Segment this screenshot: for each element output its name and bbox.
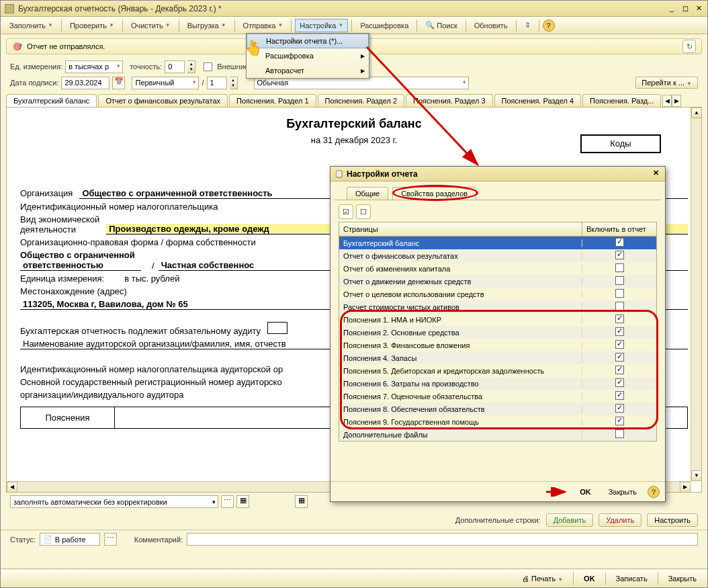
comment-field[interactable] [187, 533, 698, 546]
menu-autocalc[interactable]: Авторасчет▶ [247, 63, 369, 78]
external-data-checkbox[interactable] [204, 62, 212, 71]
section-row[interactable]: Пояснения 4. Запасы [339, 351, 656, 364]
help-button[interactable]: ? [543, 19, 555, 32]
dialog-help-button[interactable]: ? [648, 486, 660, 498]
settings-dropdown: Настройки отчета (*)... Расшифровка▶ Авт… [246, 33, 369, 79]
section-row[interactable]: Пояснения 6. Затраты на производство [339, 377, 656, 390]
section-row[interactable]: Отчет о движении денежных средств [339, 275, 656, 288]
section-row[interactable]: Пояснения 3. Финансовые вложения [339, 339, 656, 351]
send-button[interactable]: Отправка▼ [238, 19, 288, 32]
tab-finresults[interactable]: Отчет о финансовых результатах [98, 94, 228, 107]
update-button[interactable]: Обновить [470, 19, 513, 32]
maximize-button[interactable]: ◻ [680, 4, 690, 13]
close-button-footer[interactable]: Закрыть [663, 573, 702, 585]
section-include-cell [582, 404, 656, 414]
fill-mode-btn-1[interactable]: ⋯ [221, 495, 234, 508]
section-checkbox[interactable] [615, 238, 624, 247]
section-checkbox[interactable] [615, 404, 624, 413]
tab-notes-3[interactable]: Пояснения. Раздел 3 [406, 94, 493, 107]
print-button[interactable]: 🖨 Печать ▼ [517, 573, 568, 585]
section-checkbox[interactable] [615, 251, 624, 259]
section-row[interactable]: Дополнительные файлы [339, 428, 656, 441]
fill-mode-btn-2[interactable]: ▦ [236, 495, 249, 508]
precision-field[interactable]: 0 [165, 60, 185, 73]
dialog-close-btn[interactable]: Закрыть [602, 486, 644, 498]
section-name: Отчет о финансовых результатах [339, 252, 582, 260]
section-checkbox[interactable] [615, 391, 624, 400]
section-checkbox[interactable] [615, 353, 624, 362]
section-row[interactable]: Пояснения 8. Обеспечения обязательств [339, 403, 656, 415]
calendar-button[interactable]: 📅 [112, 77, 125, 89]
fill-mode-combo[interactable]: заполнять автоматически без корректировк… [10, 495, 218, 508]
search-button[interactable]: 🔍Поиск [421, 18, 461, 32]
sign-date-field[interactable]: 29.03.2024 [61, 77, 109, 89]
section-checkbox[interactable] [615, 340, 624, 349]
section-checkbox[interactable] [615, 276, 624, 285]
check-all-button[interactable]: ☑ [339, 204, 353, 219]
section-checkbox[interactable] [615, 327, 624, 336]
decrypt-button[interactable]: Расшифровка [355, 19, 413, 32]
fill-mode-btn-3[interactable]: ▦ [295, 495, 308, 508]
goto-button[interactable]: Перейти к ... ▼ [635, 77, 698, 89]
section-checkbox[interactable] [615, 314, 624, 323]
section-checkbox[interactable] [615, 263, 624, 272]
fill-button[interactable]: Заполнить▼ [5, 19, 58, 32]
dialog-close-button[interactable]: ✕ [650, 169, 661, 179]
ok-button[interactable]: OK [578, 573, 601, 585]
section-row[interactable]: Пояснения 1. НМА и НИОКР [339, 313, 656, 326]
delete-row-button[interactable]: Удалить [599, 513, 641, 527]
tab-prev-button[interactable]: ◀ [662, 95, 672, 107]
section-row[interactable]: Отчет об изменениях капитала [339, 262, 656, 275]
uncheck-all-button[interactable]: ☐ [356, 204, 371, 219]
audit-checkbox[interactable] [267, 322, 287, 334]
dialog-ok-button[interactable]: OK [573, 486, 598, 498]
section-checkbox[interactable] [615, 289, 624, 298]
tab-notes-1[interactable]: Пояснения. Раздел 1 [229, 94, 316, 107]
menu-report-settings[interactable]: Настройки отчета (*)... [247, 34, 369, 48]
section-row[interactable]: Пояснения 2. Основные средства [339, 326, 656, 339]
section-checkbox[interactable] [615, 302, 624, 310]
dialog-tab-general[interactable]: Общие [347, 187, 388, 200]
configure-rows-button[interactable]: Настроить [647, 513, 698, 527]
dialog-tab-sections[interactable]: Свойства разделов [392, 187, 476, 200]
section-row[interactable]: Пояснения 9. Государственная помощь [339, 415, 656, 428]
menu-decrypt[interactable]: Расшифровка▶ [247, 48, 369, 63]
tab-next-button[interactable]: ▶ [672, 95, 681, 107]
add-row-button[interactable]: Добавить [546, 513, 594, 527]
section-checkbox[interactable] [615, 417, 624, 425]
main-toolbar: Заполнить▼ Проверить▼ Очистить▼ Выгрузка… [1, 17, 707, 34]
clear-button[interactable]: Очистить▼ [126, 19, 175, 32]
section-checkbox[interactable] [615, 378, 624, 387]
minimize-button[interactable]: _ [667, 4, 676, 13]
dialog-titlebar: 📋 Настройки отчета ✕ [330, 167, 665, 181]
report-num-field[interactable]: 1 [207, 77, 227, 89]
tab-notes-5[interactable]: Пояснения. Разд... [582, 94, 661, 107]
tab-balance[interactable]: Бухгалтерский баланс [6, 94, 97, 107]
tab-notes-2[interactable]: Пояснения. Раздел 2 [318, 94, 405, 107]
units-field[interactable]: в тысячах р [65, 60, 123, 73]
footer: 🖨 Печать ▼ OK Записать Закрыть [1, 569, 707, 587]
doc-scrollbar-v[interactable]: ▲ ▼ [691, 108, 701, 481]
section-row[interactable]: Пояснения 5. Дебиторская и кредиторская … [339, 364, 656, 377]
refresh-status-button[interactable]: ↻ [682, 40, 696, 53]
section-checkbox[interactable] [615, 429, 624, 438]
inn-label: Идентификационный номер налогоплательщик… [20, 202, 218, 212]
report-num-spinner[interactable]: ▲▼ [230, 77, 238, 89]
check-button[interactable]: Проверить▼ [65, 19, 119, 32]
section-row[interactable]: Отчет о финансовых результатах [339, 249, 656, 262]
close-button[interactable]: ✕ [694, 4, 703, 13]
section-row[interactable]: Бухгалтерский баланс [339, 237, 656, 249]
tab-notes-4[interactable]: Пояснения. Раздел 4 [494, 94, 582, 107]
section-checkbox[interactable] [615, 366, 624, 374]
export-button[interactable]: Выгрузка▼ [183, 19, 231, 32]
status-field[interactable]: 📄В работе [40, 533, 100, 546]
status-picker-button[interactable]: ⋯ [104, 533, 117, 546]
section-row[interactable]: Отчет о целевом использовании средств [339, 288, 656, 300]
report-type-field[interactable]: Первичный [132, 77, 199, 89]
precision-spinner[interactable]: ▲▼ [187, 60, 195, 73]
section-row[interactable]: Пояснения 7. Оценочные обязательства [339, 390, 656, 403]
save-button[interactable]: Записать [611, 573, 653, 585]
settings-button[interactable]: Настройка▼ [295, 19, 348, 32]
section-row[interactable]: Расчет стоимости чистых активов [339, 300, 656, 313]
sort-icon-button[interactable]: ⇕ [520, 18, 535, 32]
